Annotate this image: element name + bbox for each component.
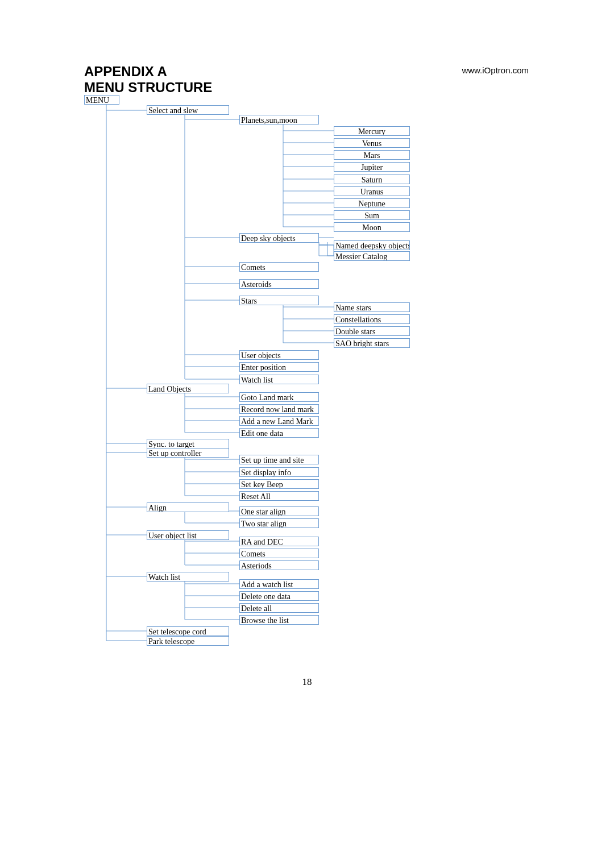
menu-ra-and-dec: RA and DEC <box>239 537 319 546</box>
menu-watch-list: Watch list <box>147 572 229 582</box>
menu-user-objects: User objects <box>239 350 319 360</box>
menu-edit-one-data: Edit one data <box>239 428 319 438</box>
menu-deep-sky-objects: Deep sky objects <box>239 233 319 243</box>
menu-delete-one-data: Delete one data <box>239 591 319 601</box>
appendix-heading: APPENDIX A MENU STRUCTURE <box>84 64 212 95</box>
header-url: www.iOptron.com <box>462 65 529 75</box>
menu-watch-list-sub: Watch list <box>239 375 319 384</box>
menu-delete-all: Delete all <box>239 603 319 613</box>
menu-browse-the-list: Browse the list <box>239 615 319 625</box>
menu-land-objects: Land Objects <box>147 384 229 393</box>
menu-record-land-mark: Record now land mark <box>239 404 319 414</box>
menu-saturn: Saturn <box>334 175 410 184</box>
menu-name-stars: Name stars <box>334 302 410 312</box>
menu-double-stars: Double stars <box>334 326 410 336</box>
page-number: 18 <box>0 676 614 688</box>
menu-venus: Venus <box>334 138 410 148</box>
menu-uranus: Uranus <box>334 186 410 196</box>
menu-messier-catalog: Messier Catalog <box>334 251 410 261</box>
menu-one-star-align: One star align <box>239 506 319 516</box>
menu-jupiter: Jupiter <box>334 162 410 172</box>
menu-sum: Sum <box>334 210 410 220</box>
menu-planets-sun-moon: Planets,sun,moon <box>239 115 319 124</box>
menu-comets-user: Comets <box>239 549 319 558</box>
menu-asteroids: Asteroids <box>239 279 319 289</box>
menu-sao-bright-stars: SAO bright stars <box>334 338 410 348</box>
menu-asteriods-user: Asteriods <box>239 560 319 570</box>
menu-moon: Moon <box>334 222 410 232</box>
menu-sync-to-target: Sync. to target <box>147 439 229 448</box>
menu-neptune: Neptune <box>334 198 410 208</box>
heading-line1: APPENDIX A <box>84 64 167 79</box>
menu-comets: Comets <box>239 262 319 272</box>
menu-select-and-slew: Select and slew <box>147 105 229 115</box>
document-page: APPENDIX A MENU STRUCTURE www.iOptron.co… <box>0 0 614 868</box>
menu-park-telescope: Park telescope <box>147 636 229 646</box>
menu-mars: Mars <box>334 150 410 160</box>
menu-stars: Stars <box>239 296 319 305</box>
menu-two-star-align: Two star align <box>239 518 319 528</box>
heading-line2: MENU STRUCTURE <box>84 80 212 95</box>
menu-reset-all: Reset All <box>239 491 319 501</box>
menu-set-up-controller: Set up controller <box>147 448 229 458</box>
menu-named-deepsky: Named deepsky objects <box>334 240 410 250</box>
menu-set-key-beep: Set key Beep <box>239 479 319 489</box>
menu-setup-time-site: Set up time and site <box>239 455 319 464</box>
menu-set-display-info: Set display info <box>239 467 319 477</box>
menu-enter-position: Enter position <box>239 362 319 372</box>
menu-root: MENU <box>84 95 119 105</box>
menu-set-telescope-cord: Set telescope cord <box>147 626 229 636</box>
menu-mercury: Mercury <box>334 126 410 136</box>
menu-add-watch-list: Add a watch list <box>239 579 319 589</box>
menu-user-object-list: User object list <box>147 530 229 540</box>
menu-align: Align <box>147 502 229 512</box>
menu-goto-land-mark: Goto Land mark <box>239 392 319 402</box>
menu-add-land-mark: Add a new Land Mark <box>239 416 319 426</box>
menu-constellations: Constellations <box>334 314 410 324</box>
